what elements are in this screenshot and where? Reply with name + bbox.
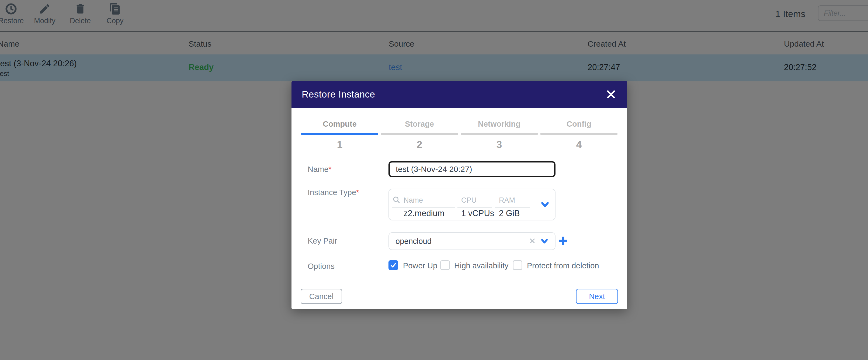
- selected-flavor-ram: 2 GiB: [499, 209, 520, 218]
- instance-type-name-placeholder: Name: [392, 193, 455, 208]
- selected-flavor-cpu: 1 vCPUs: [461, 209, 494, 218]
- required-asterisk: *: [356, 188, 359, 197]
- key-pair-label: Key Pair: [308, 237, 337, 245]
- power-up-label: Power Up: [403, 261, 437, 270]
- close-button[interactable]: [605, 88, 617, 100]
- protect-from-deletion-label: Protect from deletion: [527, 261, 599, 270]
- tab-config-number: 4: [540, 139, 617, 150]
- instance-type-cpu-column: CPU: [458, 193, 492, 208]
- footer-divider: [291, 284, 627, 284]
- tab-networking-label: Networking: [461, 120, 538, 128]
- instance-type-name-column[interactable]: Name: [392, 193, 455, 208]
- options-label: Options: [308, 262, 335, 271]
- tab-config-label: Config: [540, 120, 617, 128]
- tab-config[interactable]: Config 4: [540, 108, 617, 154]
- protect-from-deletion-checkbox[interactable]: [513, 260, 522, 270]
- instance-type-label: Instance Type*: [308, 188, 359, 197]
- instance-type-ram-placeholder: RAM: [495, 193, 530, 208]
- tab-networking-number: 3: [461, 139, 538, 150]
- instance-type-select[interactable]: Name CPU RAM z2.medium 1 vCPUs 2 GiB: [389, 189, 556, 220]
- tab-config-bar: [540, 133, 617, 135]
- selected-flavor-name: z2.medium: [404, 209, 444, 218]
- wizard-steps: Compute 1 Storage 2 Networking 3 Config …: [301, 108, 617, 154]
- tab-compute-bar: [301, 133, 378, 135]
- tab-storage-label: Storage: [381, 120, 458, 128]
- modal-title: Restore Instance: [302, 89, 605, 100]
- high-availability-checkbox[interactable]: [440, 260, 450, 270]
- tab-compute-number: 1: [301, 139, 378, 150]
- instance-type-cpu-placeholder: CPU: [458, 193, 492, 208]
- tab-compute-label: Compute: [301, 120, 378, 128]
- name-field-label: Name*: [308, 165, 332, 174]
- check-icon: [390, 262, 397, 269]
- next-button[interactable]: Next: [576, 289, 618, 304]
- name-input[interactable]: [389, 161, 556, 177]
- cancel-button[interactable]: Cancel: [301, 289, 342, 304]
- tab-storage-bar: [381, 133, 458, 135]
- instance-type-ram-column: RAM: [495, 193, 530, 208]
- instances-page: Restore Modify Delete Copy 1 Items Name …: [0, 0, 868, 360]
- chevron-down-icon[interactable]: [540, 237, 549, 246]
- power-up-checkbox[interactable]: [389, 260, 398, 270]
- tab-storage[interactable]: Storage 2: [381, 108, 458, 154]
- tab-networking-bar: [461, 133, 538, 135]
- tab-storage-number: 2: [381, 139, 458, 150]
- key-pair-select[interactable]: opencloud: [389, 232, 556, 250]
- required-asterisk: *: [329, 165, 331, 174]
- add-key-pair-button[interactable]: [557, 235, 569, 248]
- clear-icon[interactable]: [529, 237, 536, 246]
- key-pair-value: opencloud: [396, 233, 432, 249]
- tab-compute[interactable]: Compute 1: [301, 108, 378, 154]
- high-availability-label: High availability: [454, 261, 508, 270]
- chevron-down-icon[interactable]: [540, 201, 550, 210]
- tab-networking[interactable]: Networking 3: [461, 108, 538, 154]
- restore-instance-modal: Restore Instance Compute 1 Storage 2 Net…: [291, 81, 627, 309]
- modal-header: Restore Instance: [291, 81, 627, 108]
